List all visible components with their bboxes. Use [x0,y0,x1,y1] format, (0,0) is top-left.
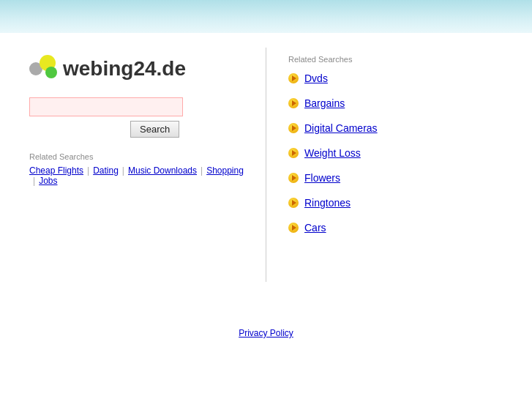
bullet-icon-dvds [288,73,299,83]
left-panel: webing24.de Search Related Searches Chea… [29,48,266,282]
right-link-ringtones[interactable]: Ringtones [288,197,503,209]
search-button[interactable]: Search [130,121,179,138]
bullet-icon-bargains [288,98,299,108]
right-link-weight-loss[interactable]: Weight Loss [288,147,503,159]
bullet-icon-digital-cameras [288,123,299,133]
bullet-icon-flowers [288,173,299,183]
footer: Privacy Policy [0,326,532,354]
sep-2: | [122,165,124,176]
link-dvds[interactable]: Dvds [304,72,328,84]
bullet-arrow [292,125,296,131]
sep-1: | [87,165,89,176]
right-link-dvds[interactable]: Dvds [288,72,503,84]
bullet-arrow [292,150,296,156]
link-weight-loss[interactable]: Weight Loss [304,147,361,159]
top-bar [0,0,532,33]
link-ringtones[interactable]: Ringtones [304,197,351,209]
circle-green [45,67,57,78]
link-cheap-flights[interactable]: Cheap Flights [29,165,83,176]
bullet-icon-weight-loss [288,148,299,158]
left-related-links: Cheap Flights | Dating | Music Downloads… [29,165,244,186]
bullet-arrow [292,100,296,106]
logo-area: webing24.de [29,55,244,83]
right-link-digital-cameras[interactable]: Digital Cameras [288,122,503,134]
right-link-flowers[interactable]: Flowers [288,172,503,184]
right-panel: Related Searches Dvds Bargains Digital C… [266,48,503,282]
sep-3: | [201,165,203,176]
link-music-downloads[interactable]: Music Downloads [128,165,197,176]
right-link-cars[interactable]: Cars [288,222,503,234]
link-cars[interactable]: Cars [304,222,326,234]
bullet-icon-ringtones [288,198,299,208]
bullet-arrow [292,175,296,181]
link-dating[interactable]: Dating [93,165,119,176]
privacy-policy-link[interactable]: Privacy Policy [239,328,293,338]
bullet-arrow [292,225,296,231]
right-link-bargains[interactable]: Bargains [288,97,503,109]
bullet-icon-cars [288,223,299,233]
sep-4: | [33,176,35,186]
bullet-arrow [292,200,296,206]
logo-icon [29,55,60,83]
left-related-label: Related Searches [29,152,244,161]
link-bargains[interactable]: Bargains [304,97,345,109]
link-jobs[interactable]: Jobs [39,176,57,186]
right-related-label: Related Searches [288,55,503,64]
search-input[interactable] [29,97,183,116]
bullet-arrow [292,75,296,81]
link-flowers[interactable]: Flowers [304,172,340,184]
link-digital-cameras[interactable]: Digital Cameras [304,122,378,134]
site-title: webing24.de [63,57,186,81]
link-shopping[interactable]: Shopping [206,165,244,176]
